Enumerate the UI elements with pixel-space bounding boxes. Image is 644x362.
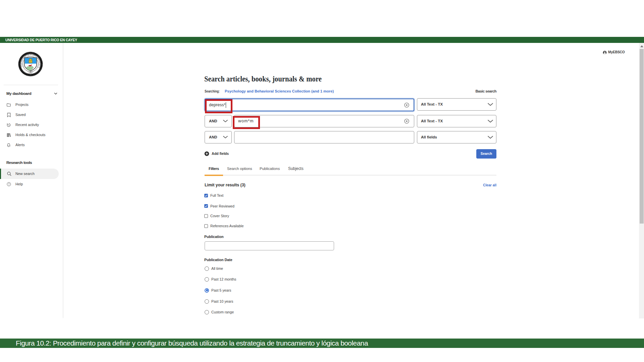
svg-text:1967: 1967 (29, 71, 33, 74)
